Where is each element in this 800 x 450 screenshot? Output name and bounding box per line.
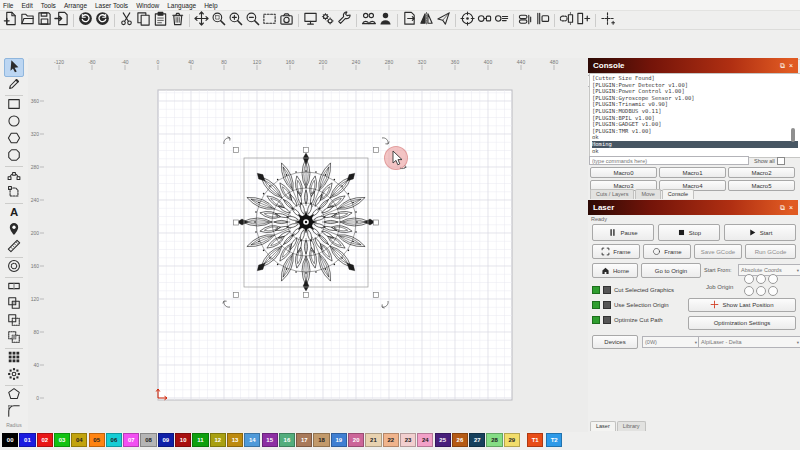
job-origin-radio[interactable] [744, 286, 754, 296]
palette-swatch-08[interactable]: 08 [140, 433, 156, 447]
user-account-button[interactable] [377, 12, 394, 29]
tab-laser[interactable]: Laser [590, 421, 616, 431]
job-origin-radio[interactable] [768, 274, 778, 284]
add-guide-button[interactable] [599, 12, 616, 29]
selection-handle[interactable] [234, 148, 239, 153]
mirror-shapes-button[interactable] [418, 12, 435, 29]
console-title-bar[interactable]: Console ⧉× [588, 58, 798, 73]
focus-target-button[interactable] [459, 12, 476, 29]
machine-park-b-button[interactable] [534, 12, 551, 29]
palette-swatch-07[interactable]: 07 [123, 433, 139, 447]
tool-text-button[interactable]: A [5, 205, 23, 222]
tool-polygon-button[interactable] [5, 131, 23, 148]
job-origin-radio[interactable] [756, 286, 766, 296]
device-combo[interactable]: AlpiLaser - Delta▾ [698, 336, 800, 348]
console-scrollbar[interactable] [791, 128, 795, 142]
selection-handle[interactable] [304, 293, 309, 298]
tab-move[interactable]: Move [635, 189, 660, 199]
tool-measure-button[interactable] [5, 239, 23, 256]
port-combo[interactable]: (0W)▾ [642, 336, 700, 348]
macro0-button[interactable]: Macro0 [590, 167, 657, 178]
optimize-cut-path-toggle[interactable]: Optimize Cut Path [592, 316, 663, 324]
menu-tools[interactable]: Tools [41, 2, 56, 9]
palette-swatch-21[interactable]: 21 [365, 433, 381, 447]
palette-swatch-20[interactable]: 20 [348, 433, 364, 447]
close-panel-icon[interactable]: × [789, 204, 793, 211]
float-panel-icon[interactable]: ⧉ [780, 62, 785, 69]
palette-swatch-23[interactable]: 23 [400, 433, 416, 447]
home-button[interactable]: Home [592, 263, 638, 278]
frame-square-button[interactable]: Frame [592, 244, 640, 259]
palette-swatch-27[interactable]: 27 [469, 433, 485, 447]
palette-swatch-12[interactable]: 12 [210, 433, 226, 447]
new-file-button[interactable] [2, 12, 19, 29]
palette-swatch-14[interactable]: 14 [244, 433, 260, 447]
tool-rectangle-button[interactable] [5, 97, 23, 114]
cut-selected-toggle[interactable]: Cut Selected Graphics [592, 286, 674, 294]
cut-button[interactable] [118, 12, 135, 29]
palette-swatch-11[interactable]: 11 [192, 433, 208, 447]
menu-help[interactable]: Help [204, 2, 217, 9]
float-panel-icon[interactable]: ⧉ [780, 204, 785, 211]
settings-gears-button[interactable] [319, 12, 336, 29]
canvas[interactable]: -120-80-40040801201602002402803203604004… [28, 58, 588, 432]
selection-handle[interactable] [234, 293, 239, 298]
palette-swatch-17[interactable]: 17 [296, 433, 312, 447]
workspace[interactable]: -120-80-40040801201602002402803203604004… [28, 58, 588, 432]
save-gcode-button[interactable]: Save GCode [694, 244, 742, 259]
menu-laser-tools[interactable]: Laser Tools [95, 2, 128, 9]
palette-swatch-09[interactable]: 09 [158, 433, 174, 447]
send-to-laser-button[interactable] [435, 12, 452, 29]
machine-jog-b-button[interactable] [493, 12, 510, 29]
tool-weld-shapes-button[interactable] [5, 279, 23, 296]
palette-swatch-19[interactable]: 19 [331, 433, 347, 447]
palette-swatch-16[interactable]: 16 [279, 433, 295, 447]
tool-boolean-subtract-button[interactable] [5, 313, 23, 330]
palette-swatch-15[interactable]: 15 [262, 433, 278, 447]
macro1-button[interactable]: Macro1 [659, 167, 726, 178]
dock-layout-button[interactable] [575, 12, 592, 29]
machine-jog-a-button[interactable] [476, 12, 493, 29]
tool-boolean-union-button[interactable] [5, 296, 23, 313]
frame-circle-button[interactable]: Frame [643, 244, 691, 259]
show-all-checkbox[interactable]: Show all [754, 157, 785, 165]
save-file-button[interactable] [36, 12, 53, 29]
menu-arrange[interactable]: Arrange [64, 2, 87, 9]
tool-boolean-intersect-button[interactable] [5, 330, 23, 347]
menu-file[interactable]: File [3, 2, 13, 9]
stop-button[interactable]: Stop [658, 224, 720, 241]
palette-swatch-25[interactable]: 25 [435, 433, 451, 447]
selection-handle[interactable] [234, 220, 239, 225]
tab-library[interactable]: Library [617, 421, 646, 431]
import-file-button[interactable] [53, 12, 70, 29]
zoom-out-button[interactable] [244, 12, 261, 29]
pause-button[interactable]: Pause [592, 224, 654, 241]
selection-handle[interactable] [374, 220, 379, 225]
console-output[interactable]: [Cutter Size Found][PLUGIN:Power Detecto… [589, 73, 800, 158]
palette-swatch-00[interactable]: 00 [2, 433, 18, 447]
menu-window[interactable]: Window [136, 2, 159, 9]
machine-park-a-button[interactable] [517, 12, 534, 29]
tab-console[interactable]: Console [662, 189, 694, 199]
optimization-settings-button[interactable]: Optimization Settings [688, 316, 796, 330]
show-last-position-button[interactable]: Show Last Position [688, 298, 796, 312]
tool-shape-properties-button[interactable] [5, 387, 23, 404]
undo-button[interactable] [77, 12, 94, 29]
job-origin-radio[interactable] [768, 286, 778, 296]
laser-title-bar[interactable]: Laser ⧉× [588, 200, 798, 215]
tool-rounded-polygon-button[interactable] [5, 148, 23, 165]
devices-button[interactable]: Devices [592, 335, 638, 349]
menu-edit[interactable]: Edit [21, 2, 32, 9]
frame-selection-button[interactable] [261, 12, 278, 29]
palette-swatch-06[interactable]: 06 [106, 433, 122, 447]
menu-language[interactable]: Language [167, 2, 196, 9]
zoom-in-button[interactable] [227, 12, 244, 29]
macro5-button[interactable]: Macro5 [728, 180, 795, 191]
tool-select-button[interactable] [4, 58, 24, 77]
palette-swatch-10[interactable]: 10 [175, 433, 191, 447]
palette-swatch-29[interactable]: 29 [504, 433, 520, 447]
tool-grid-array-button[interactable] [5, 350, 23, 367]
pan-view-button[interactable] [193, 12, 210, 29]
device-settings-wrench-button[interactable] [336, 12, 353, 29]
tool-circular-array-button[interactable] [5, 367, 23, 384]
